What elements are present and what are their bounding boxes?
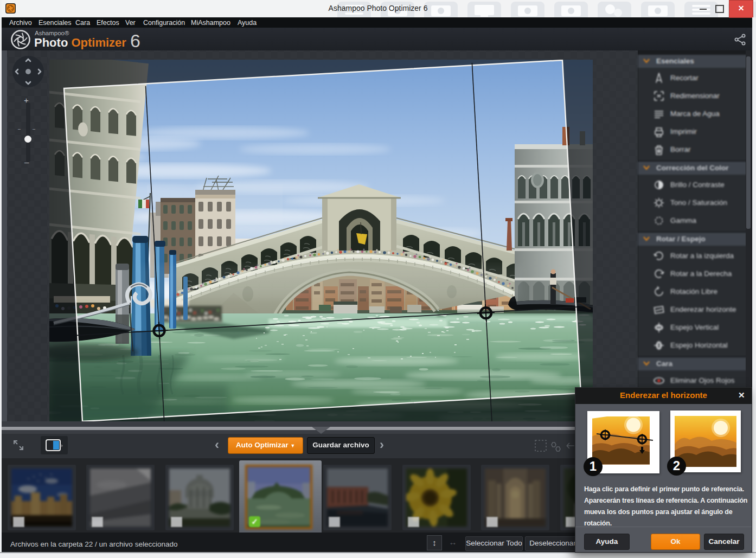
svg-text:6: 6 — [130, 30, 140, 50]
svg-text:Photo Optimizer: Photo Optimizer — [34, 36, 126, 49]
